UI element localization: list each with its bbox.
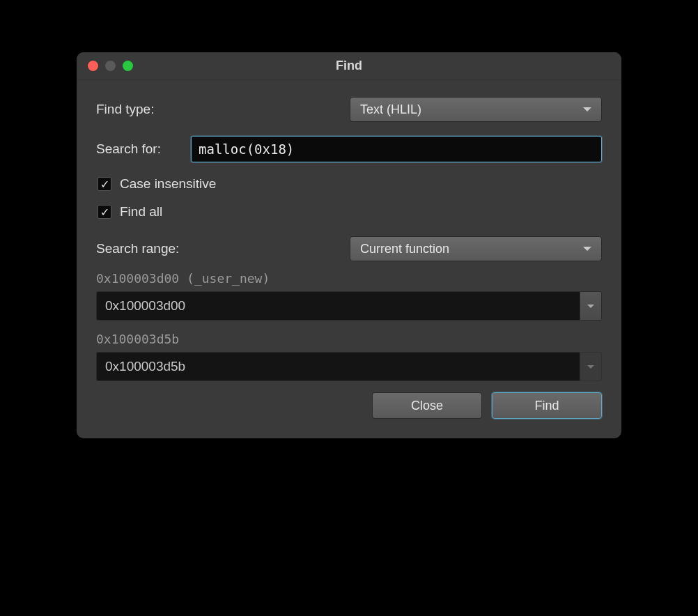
find-type-label: Find type: [96,102,350,117]
end-address-input[interactable]: 0x100003d5b [96,352,580,381]
dialog-content: Find type: Text (HLIL) Search for: ✓ Cas… [77,80,621,438]
start-address-dropdown-button[interactable] [580,291,602,321]
find-button[interactable]: Find [492,392,602,419]
end-address-hint: 0x100003d5b [96,332,602,346]
search-range-value: Current function [360,242,449,256]
search-for-input[interactable] [191,136,602,162]
search-range-label: Search range: [96,241,350,256]
find-all-checkbox[interactable]: ✓ [98,205,111,219]
end-address-dropdown-button [580,352,602,381]
start-address-input[interactable]: 0x100003d00 [96,291,580,321]
find-type-select[interactable]: Text (HLIL) [350,97,602,122]
chevron-down-icon [583,247,591,251]
close-button[interactable]: Close [372,392,482,419]
find-dialog: Find Find type: Text (HLIL) Search for: … [77,52,621,438]
search-for-label: Search for: [96,141,191,157]
close-button-label: Close [411,399,443,413]
titlebar: Find [77,52,621,80]
find-all-label[interactable]: Find all [120,204,162,220]
chevron-down-icon [583,107,591,111]
find-button-label: Find [534,399,559,413]
window-minimize-button[interactable] [105,61,116,71]
end-address-value: 0x100003d5b [105,359,185,374]
window-maximize-button[interactable] [123,61,133,71]
window-title: Find [336,59,362,73]
chevron-down-icon [587,365,594,369]
traffic-lights [77,61,133,71]
case-insensitive-label[interactable]: Case insensitive [120,176,216,192]
window-close-button[interactable] [88,61,98,71]
find-type-value: Text (HLIL) [360,102,421,117]
case-insensitive-checkbox[interactable]: ✓ [98,177,111,191]
start-address-hint: 0x100003d00 (_user_new) [96,271,602,286]
start-address-value: 0x100003d00 [105,298,185,314]
search-range-select[interactable]: Current function [350,236,602,261]
chevron-down-icon [587,305,594,308]
